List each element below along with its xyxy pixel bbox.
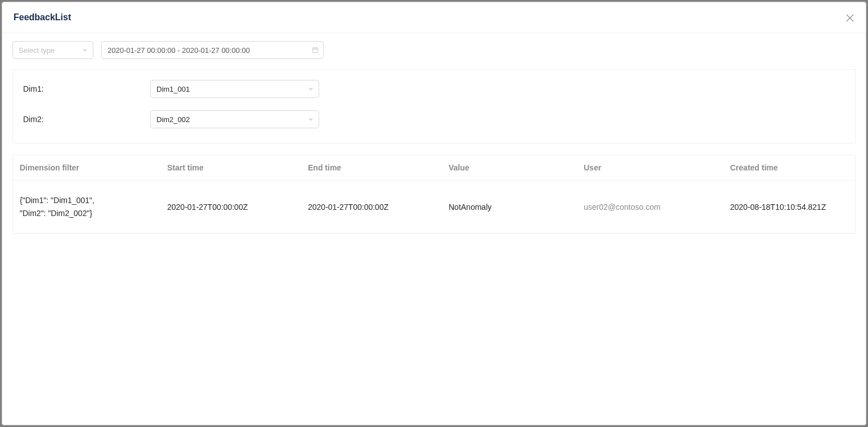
date-range-picker[interactable]: 2020-01-27 00:00:00 - 2020-01-27 00:00:0… (101, 41, 324, 59)
dim2-filter-row: Dim2: Dim2_002 (23, 110, 845, 128)
modal-title: FeedbackList (14, 12, 71, 23)
th-start-time: Start time (160, 155, 301, 180)
type-select[interactable]: Select type (12, 41, 93, 59)
th-end-time: End time (301, 155, 442, 180)
dim1-select-value: Dim1_001 (156, 85, 190, 93)
feedbacklist-modal: FeedbackList Select type 2020-01-27 00:0… (2, 2, 866, 425)
td-created-time: 2020-08-18T10:10:54.821Z (723, 192, 855, 222)
td-end-time: 2020-01-27T00:00:00Z (301, 192, 442, 222)
dim1-label: Dim1: (23, 84, 150, 93)
dimension-filters-panel: Dim1: Dim1_001 Dim2: Dim2_002 (12, 69, 856, 143)
dim2-label: Dim2: (23, 115, 150, 124)
top-controls: Select type 2020-01-27 00:00:00 - 2020-0… (12, 41, 856, 59)
chevron-down-icon (307, 86, 314, 92)
th-value: Value (442, 155, 577, 180)
dim1-filter-row: Dim1: Dim1_001 (23, 80, 845, 98)
table-row: {"Dim1": "Dim1_001", "Dim2": "Dim2_002"}… (13, 181, 855, 233)
td-value: NotAnomaly (442, 192, 577, 222)
modal-header: FeedbackList (2, 2, 866, 33)
close-button[interactable] (842, 10, 858, 26)
dim1-select[interactable]: Dim1_001 (150, 80, 319, 98)
td-user: user02@contoso.com (577, 192, 723, 222)
type-select-placeholder: Select type (19, 46, 55, 55)
calendar-icon (312, 47, 319, 53)
date-range-value: 2020-01-27 00:00:00 - 2020-01-27 00:00:0… (108, 46, 250, 55)
th-dimension-filter: Dimension filter (13, 155, 160, 180)
feedback-table: Dimension filter Start time End time Val… (12, 155, 856, 234)
dim2-select-value: Dim2_002 (156, 115, 190, 124)
chevron-down-icon (307, 116, 314, 123)
close-icon (846, 14, 854, 22)
td-start-time: 2020-01-27T00:00:00Z (160, 192, 301, 222)
th-user: User (577, 155, 723, 180)
svg-rect-2 (312, 48, 317, 53)
td-dimension-filter: {"Dim1": "Dim1_001", "Dim2": "Dim2_002"} (13, 184, 160, 230)
dim2-select[interactable]: Dim2_002 (150, 110, 319, 128)
modal-body: Select type 2020-01-27 00:00:00 - 2020-0… (2, 33, 866, 425)
th-created-time: Created time (723, 155, 855, 180)
chevron-down-icon (82, 47, 88, 53)
table-header: Dimension filter Start time End time Val… (13, 155, 855, 181)
